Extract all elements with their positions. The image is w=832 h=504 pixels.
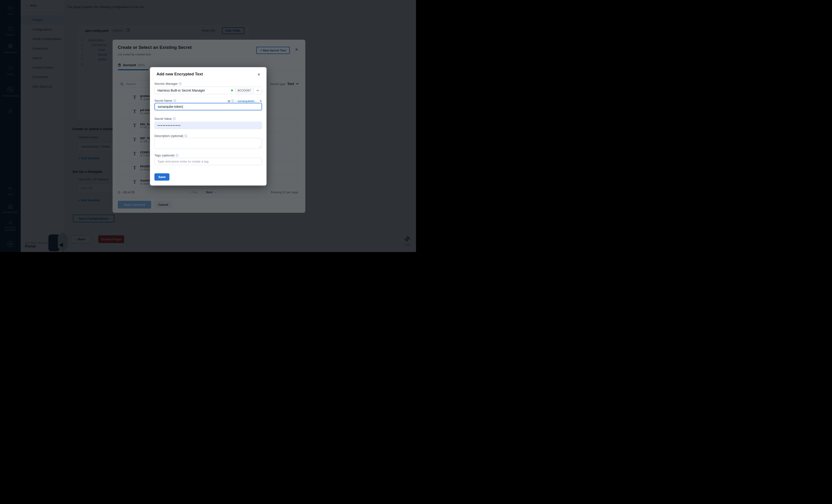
rail-label: DASHBOARDS	[0, 211, 21, 214]
avatar: IA	[7, 241, 14, 247]
resize-handle-icon[interactable]	[259, 146, 261, 148]
home-icon	[7, 5, 13, 12]
description-textarea[interactable]	[154, 138, 262, 149]
tab-label: Account	[123, 63, 136, 67]
modal-footer-divider	[112, 197, 305, 198]
add-encrypted-text-modal: Add new Encrypted Text ✕ Secrets Manager…	[150, 67, 266, 186]
sidebar-item-plugins[interactable]: Plugins	[21, 15, 64, 25]
tab-account-idp[interactable]: Account [IDP]	[118, 63, 145, 67]
text-secret-icon: T	[133, 165, 136, 171]
grid-icon	[8, 109, 12, 114]
text-secret-icon: T	[133, 151, 136, 157]
save-button[interactable]: Save	[154, 173, 170, 180]
svg-text:∞: ∞	[9, 45, 11, 48]
tags-input[interactable]	[154, 158, 262, 165]
rail-item-account-settings[interactable]: ⚙ ACCOUNT SETTINGS	[0, 220, 21, 231]
service-badge: Service	[111, 28, 124, 33]
line-number: 5	[77, 58, 88, 61]
modal-subtitle: List sorted by created time	[118, 53, 151, 56]
rail-item-apps-grid[interactable]	[0, 109, 21, 114]
code-text: apiKe	[88, 58, 106, 61]
rail-item-user-avatar[interactable]: IA	[0, 241, 21, 247]
close-icon[interactable]: ✕	[257, 72, 260, 77]
sidebar-item-layout[interactable]: Layout	[21, 53, 64, 63]
code-text: - name	[88, 48, 105, 51]
help-icon: ?	[8, 187, 13, 192]
rail-label: HELP	[0, 193, 21, 196]
rail-item-builds[interactable]: Builds	[0, 65, 21, 75]
account-scope-badge: ACCOUNT	[235, 88, 254, 93]
rail-item-developer-portal[interactable]: Developer Portal	[0, 86, 21, 97]
aida-widget[interactable]: AIDA	[401, 236, 414, 246]
info-icon[interactable]: ⓘ	[173, 117, 176, 120]
tab-scope: [IDP]	[138, 63, 145, 67]
back-button[interactable]: ‹ Back	[71, 235, 91, 243]
sidebar-item-oauth-configurations[interactable]: OAuth Configurations	[21, 34, 64, 44]
edit-yaml-button[interactable]: Edit YAML	[222, 27, 244, 34]
read-only-badge: Read Only	[199, 27, 218, 34]
add-variable-link[interactable]: + Add Variable	[78, 198, 99, 202]
sidebar-item-scorecards[interactable]: Scorecards	[21, 44, 64, 53]
label-text: Secrets Manager	[154, 82, 178, 85]
edit-pencil-icon[interactable]: ✎	[259, 99, 262, 103]
secrets-manager-value: Harness Built-in Secret Manager	[157, 88, 231, 92]
info-icon[interactable]: ⓘ	[179, 82, 182, 85]
back-label: Back	[78, 237, 85, 241]
sidebar-item-configurations[interactable]: Configurations	[21, 25, 64, 34]
aida-label: AIDA	[401, 244, 414, 246]
copy-icon[interactable]	[126, 28, 130, 33]
rail-item-projects[interactable]: Projects	[0, 25, 21, 36]
secret-type-dropdown[interactable]: Secret type Text	[270, 82, 299, 86]
nav-back-label: Back	[30, 4, 37, 7]
text-secret-icon: T	[133, 137, 136, 143]
rail-item-help[interactable]: ? HELP	[0, 187, 21, 196]
sidebar-item-connectors[interactable]: Connectors	[21, 72, 64, 82]
id-value-link[interactable]: sonarqubeto...	[237, 99, 257, 103]
info-icon[interactable]: ⓘ	[174, 99, 176, 103]
secret-section-heading: Create or select a secret	[72, 127, 113, 131]
line-number: 2	[77, 44, 88, 47]
apply-selected-button[interactable]: Apply Selected	[118, 201, 151, 208]
mascot-image	[59, 243, 63, 247]
info-icon[interactable]: ⓘ	[184, 134, 187, 138]
new-secret-text-button[interactable]: + New Secret Text	[256, 47, 290, 54]
yaml-editor-header: app-config.yaml Service Read Only Edit Y…	[77, 25, 249, 36]
save-configurations-button[interactable]: Save Configurations	[73, 215, 114, 222]
disable-plugin-button[interactable]: Disable Plugin	[98, 235, 124, 243]
secret-name-label: Secret Nameⓘ	[154, 99, 176, 103]
nav-back-button[interactable]: ‹ Back	[26, 4, 37, 7]
code-text: sonarqube:	[88, 38, 105, 42]
rail-label: Builds	[0, 73, 21, 75]
sidebar-item-access-control[interactable]: Access Control	[21, 63, 64, 72]
rail-item-dashboards[interactable]: DASHBOARDS	[0, 205, 21, 214]
chevron-left-icon: ‹	[26, 4, 27, 7]
secret-value-input[interactable]: ••••••••••••••	[154, 122, 262, 129]
host-url-label: Host URL / IP Address	[78, 177, 109, 181]
masked-secret-value: ••••••••••••••	[158, 124, 181, 127]
deployments-icon: ∞	[7, 43, 14, 50]
info-icon[interactable]: ⓘ	[176, 154, 178, 157]
pagination-range: (1 - 10) of 25	[118, 191, 135, 194]
cancel-button[interactable]: Cancel	[154, 201, 172, 208]
secret-name-input[interactable]: sonarqube-token	[154, 103, 262, 110]
add-variable-link[interactable]: + Add Variable	[78, 157, 99, 160]
prev-page-button[interactable]: ← Prev	[183, 188, 202, 196]
developer-portal-icon	[7, 86, 14, 93]
info-icon[interactable]: ⓘ	[231, 99, 234, 103]
line-number: 1	[77, 38, 88, 42]
close-icon[interactable]: ✕	[295, 47, 298, 52]
secret-value-label: Secret Valueⓘ	[154, 117, 176, 121]
portal-brand-line1: INTERNAL DEVELOPER	[25, 242, 53, 244]
sidebar-item-url-allow-list[interactable]: URL Allow List	[21, 82, 64, 91]
secrets-manager-select[interactable]: Harness Built-in Secret Manager ACCOUNT	[154, 87, 262, 94]
id-separator: :	[235, 99, 236, 103]
id-label: Id	[228, 99, 230, 103]
dashboards-icon	[8, 205, 12, 210]
next-page-button[interactable]: Next →	[202, 188, 221, 196]
aida-icon	[404, 236, 410, 242]
projects-icon	[7, 25, 14, 32]
rail-item-deployments[interactable]: ∞ Deployments	[0, 43, 21, 54]
variable-name-label: Variable Name	[78, 136, 98, 139]
rail-item-home[interactable]: Home	[0, 5, 21, 15]
label-text: Tags (optional)	[154, 153, 174, 157]
